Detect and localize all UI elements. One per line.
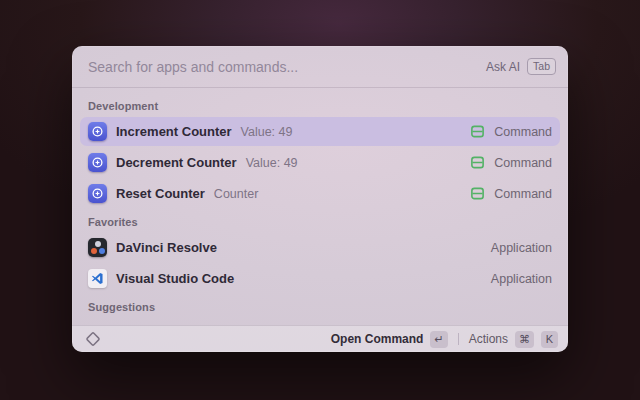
item-title: Decrement Counter bbox=[116, 155, 237, 170]
counter-icon bbox=[88, 153, 107, 172]
counter-icon bbox=[88, 122, 107, 141]
counter-icon bbox=[88, 184, 107, 203]
footer-bar: Open Command ↵ Actions ⌘ K bbox=[72, 325, 568, 352]
k-key-badge: K bbox=[541, 331, 558, 348]
search-bar: Ask AI Tab bbox=[72, 46, 568, 88]
launcher-window: Ask AI Tab Development Increment Counter… bbox=[72, 46, 568, 352]
cmd-key-badge: ⌘ bbox=[515, 331, 534, 348]
section-header-development: Development bbox=[80, 94, 560, 117]
item-title: Visual Studio Code bbox=[116, 271, 234, 286]
list-item-increment-counter[interactable]: Increment Counter Value: 49 Command bbox=[80, 117, 560, 146]
open-command-button[interactable]: Open Command bbox=[331, 332, 424, 346]
item-type: Command bbox=[494, 125, 552, 139]
section-header-favorites: Favorites bbox=[80, 210, 560, 233]
ask-ai-button[interactable]: Ask AI Tab bbox=[486, 58, 556, 76]
davinci-resolve-icon bbox=[88, 238, 107, 257]
list-item-davinci-resolve[interactable]: DaVinci Resolve Application bbox=[80, 233, 560, 262]
list-item-visual-studio-code[interactable]: Visual Studio Code Application bbox=[80, 264, 560, 293]
item-subtitle: Value: 49 bbox=[241, 125, 293, 139]
search-input[interactable] bbox=[88, 59, 486, 75]
tab-key-badge: Tab bbox=[527, 58, 556, 76]
item-type: Command bbox=[494, 156, 552, 170]
list-item-reset-counter[interactable]: Reset Counter Counter Command bbox=[80, 179, 560, 208]
item-type: Application bbox=[491, 272, 552, 286]
section-header-suggestions: Suggestions bbox=[80, 295, 560, 318]
command-type-icon bbox=[470, 124, 485, 139]
item-subtitle: Counter bbox=[214, 187, 258, 201]
list-item-decrement-counter[interactable]: Decrement Counter Value: 49 Command bbox=[80, 148, 560, 177]
ask-ai-label: Ask AI bbox=[486, 60, 520, 74]
command-type-icon bbox=[470, 155, 485, 170]
item-title: Increment Counter bbox=[116, 124, 232, 139]
item-type: Command bbox=[494, 187, 552, 201]
raycast-logo-icon bbox=[85, 331, 101, 347]
actions-button[interactable]: Actions bbox=[469, 332, 508, 346]
item-title: Reset Counter bbox=[116, 186, 205, 201]
item-subtitle: Value: 49 bbox=[246, 156, 298, 170]
command-type-icon bbox=[470, 186, 485, 201]
enter-key-badge[interactable]: ↵ bbox=[430, 331, 447, 348]
item-title: DaVinci Resolve bbox=[116, 240, 217, 255]
item-type: Application bbox=[491, 241, 552, 255]
footer-divider bbox=[458, 333, 459, 345]
vscode-icon bbox=[88, 269, 107, 288]
results-list: Development Increment Counter Value: 49 … bbox=[72, 88, 568, 325]
